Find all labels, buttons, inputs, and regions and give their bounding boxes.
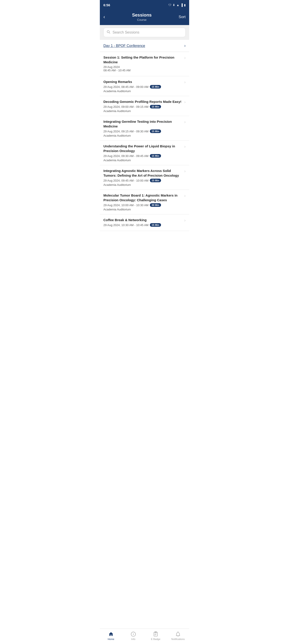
session-badge: 15 Min [150, 154, 161, 158]
nav-ebadge[interactable]: E Badge [144, 630, 167, 641]
session-content: Integrating Germline Testing into Precis… [103, 119, 184, 137]
session-date: 29 Aug 2024, 10:30 AM - 10:45 AM15 Min [103, 223, 182, 227]
search-bar [103, 28, 186, 37]
session-title: Opening Remarks [103, 80, 182, 84]
nav-home[interactable]: Home [100, 630, 122, 641]
session-chevron-icon: › [184, 144, 186, 149]
session-chevron-icon: › [184, 100, 186, 104]
list-item[interactable]: Understanding the Power of Liquid Biopsy… [100, 141, 189, 165]
download-icon: ⬇ [173, 3, 175, 7]
session-chevron-icon: › [184, 56, 186, 60]
session-date: 29 Aug 2024, 09:45 AM - 10:00 AM15 Min [103, 179, 182, 182]
session-title: Session 1: Setting the Platform for Prec… [103, 55, 182, 64]
session-chevron-icon: › [184, 169, 186, 174]
list-item[interactable]: Opening Remarks29 Aug 2024, 08:45 AM - 0… [100, 76, 189, 96]
nav-home-label: Home [108, 638, 114, 640]
session-date: 29 Aug 2024, 09:15 AM - 09:30 AM15 Min [103, 130, 182, 133]
sort-button[interactable]: Sort [177, 14, 186, 20]
session-title: Integrating Agnostic Markers Across Soli… [103, 168, 182, 178]
session-content: Understanding the Power of Liquid Biopsy… [103, 144, 184, 162]
day-header-title: Day 1 - BPOF Conference [103, 44, 145, 48]
session-chevron-icon: › [184, 194, 186, 198]
page-subtitle: Course [107, 18, 177, 22]
session-badge: 15 Min [150, 223, 161, 227]
session-title: Molecular Tumor Board 1: Agnostic Marker… [103, 193, 182, 202]
status-icons: 🛡 ⬇ ▲ ▐ ▮ [168, 3, 186, 7]
session-chevron-icon: › [184, 218, 186, 223]
status-time: 6:56 [103, 3, 110, 7]
battery-icon: ▮ [184, 3, 186, 7]
wifi-icon: ▲ [176, 3, 179, 7]
bottom-nav: Home Info E Badge Notifications [100, 628, 189, 644]
day-header[interactable]: Day 1 - BPOF Conference › [100, 40, 189, 52]
day-header-chevron-icon: › [184, 44, 186, 48]
nav-ebadge-label: E Badge [151, 638, 160, 640]
search-input[interactable] [113, 30, 182, 34]
session-location: Academia Auditorium [103, 90, 182, 93]
header: ‹ Sessions Course Sort [100, 10, 189, 25]
session-chevron-icon: › [184, 120, 186, 124]
session-content: Coffee Break & Networking29 Aug 2024, 10… [103, 218, 184, 228]
shield-icon: 🛡 [168, 3, 171, 7]
session-content: Integrating Agnostic Markers Across Soli… [103, 168, 184, 186]
sessions-list: Session 1: Setting the Platform for Prec… [100, 52, 189, 628]
session-chevron-icon: › [184, 80, 186, 84]
session-location: Academia Auditorium [103, 134, 182, 137]
list-item[interactable]: Integrating Germline Testing into Precis… [100, 116, 189, 141]
session-location: Academia Auditorium [103, 158, 182, 162]
session-content: Opening Remarks29 Aug 2024, 08:45 AM - 0… [103, 80, 184, 93]
list-item[interactable]: Integrating Agnostic Markers Across Soli… [100, 165, 189, 190]
session-badge: 15 Min [150, 179, 161, 182]
session-title: Decoding Genomic Profiling Reports Made … [103, 99, 182, 104]
svg-line-1 [109, 33, 110, 34]
signal-icon: ▐ [181, 3, 183, 7]
back-button[interactable]: ‹ [103, 14, 107, 20]
session-date: 29 Aug 2024, 09:30 AM - 09:45 AM15 Min [103, 154, 182, 158]
list-item[interactable]: Session 1: Setting the Platform for Prec… [100, 52, 189, 76]
session-content: Session 1: Setting the Platform for Prec… [103, 55, 184, 73]
session-badge: 15 Min [150, 130, 161, 133]
list-item[interactable]: Molecular Tumor Board 1: Agnostic Marker… [100, 190, 189, 214]
search-container [100, 25, 189, 40]
session-date: 29 Aug 2024, 08:45 AM - 09:00 AM15 Min [103, 85, 182, 88]
session-badge: 15 Min [150, 105, 161, 108]
svg-point-4 [133, 633, 134, 634]
nav-notifications[interactable]: Notifications [167, 630, 189, 641]
list-item[interactable]: Coffee Break & Networking29 Aug 2024, 10… [100, 214, 189, 231]
session-date: 29 Aug 2024, 10:00 AM - 10:30 AM30 Min [103, 203, 182, 207]
session-date: 29 Aug 2024 08:45 AM - 10:45 AM [103, 65, 182, 72]
page-title: Sessions [107, 12, 177, 18]
list-item[interactable]: Decoding Genomic Profiling Reports Made … [100, 96, 189, 116]
header-title-wrap: Sessions Course [107, 12, 177, 22]
nav-info-label: Info [131, 638, 135, 640]
session-badge: 30 Min [150, 203, 161, 207]
session-date: 29 Aug 2024, 09:00 AM - 09:15 AM15 Min [103, 105, 182, 108]
session-title: Integrating Germline Testing into Precis… [103, 119, 182, 128]
session-content: Molecular Tumor Board 1: Agnostic Marker… [103, 193, 184, 211]
session-content: Decoding Genomic Profiling Reports Made … [103, 99, 184, 113]
nav-notifications-label: Notifications [171, 638, 185, 640]
session-location: Academia Auditorium [103, 109, 182, 113]
session-title: Coffee Break & Networking [103, 218, 182, 222]
search-icon [107, 30, 110, 35]
status-bar: 6:56 🛡 ⬇ ▲ ▐ ▮ [100, 0, 189, 10]
session-location: Academia Auditorium [103, 183, 182, 186]
session-title: Understanding the Power of Liquid Biopsy… [103, 144, 182, 153]
nav-info[interactable]: Info [122, 630, 144, 641]
session-badge: 15 Min [150, 85, 161, 88]
session-location: Academia Auditorium [103, 208, 182, 211]
